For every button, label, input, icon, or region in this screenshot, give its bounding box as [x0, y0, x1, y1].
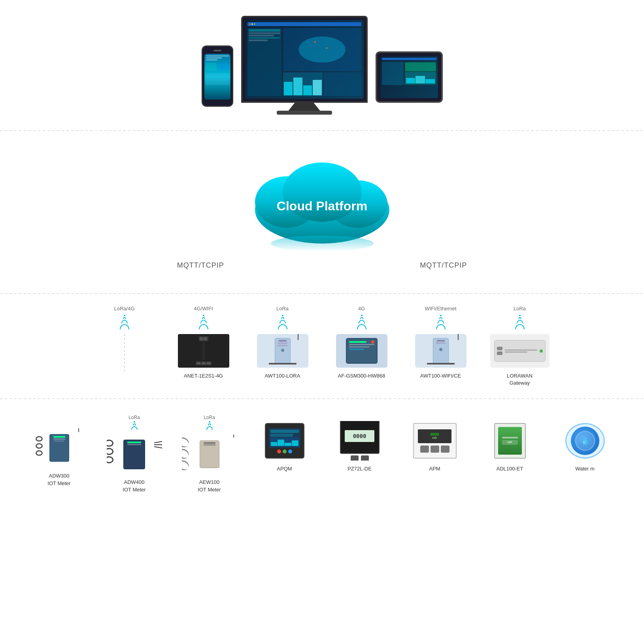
- tablet-right-panel: [404, 62, 436, 85]
- gateway-name-awt-wifi: AWT100-WIFI/CE: [420, 372, 461, 380]
- signal-wave-sm: [439, 317, 442, 319]
- signal-dot: [124, 315, 125, 316]
- phone-screen-bar: [206, 57, 222, 59]
- water-meter-device-image: 💧: [557, 421, 613, 461]
- apqm-screen: [269, 428, 300, 448]
- signal-wave-lg: [199, 324, 208, 329]
- signal-waves-aew100: [206, 421, 213, 430]
- gateway-item-gsm: 4G AF-GSM300-HW868: [322, 306, 401, 380]
- apm-assembly: 0000 kWh: [413, 423, 457, 459]
- meter-name-pz72l: PZ72L-DE: [347, 465, 372, 472]
- pz72l-main-body: 0000: [340, 421, 380, 454]
- signal-wave-lg: [515, 324, 525, 329]
- mobile-phone-device: [202, 45, 233, 107]
- meter-item-apqm: APQM: [247, 415, 322, 472]
- monitor-base: [277, 111, 332, 115]
- meters-row: ADW300IOT Meter LoRa: [0, 415, 644, 493]
- gateway-section: LoRa/4G 4G/WIFI: [0, 298, 644, 395]
- connectivity-label-5: LoRa: [514, 306, 526, 312]
- signal-dot: [361, 315, 363, 316]
- desktop-monitor: [241, 16, 368, 103]
- adw300-device-image: [32, 428, 87, 468]
- pz72l-clamp: [351, 455, 359, 461]
- phone-screen: [204, 54, 230, 100]
- signal-dot: [203, 315, 204, 316]
- signal-wave-lg: [120, 324, 129, 329]
- signal-wave-lg: [436, 324, 446, 329]
- apm-device-image: 0000 kWh: [407, 421, 463, 461]
- apm-clamp: [431, 446, 439, 453]
- apqm-device-image: [257, 421, 312, 461]
- gateway-name-lorawan: LORAWANGateway: [507, 372, 533, 387]
- anet-device-image: [178, 334, 229, 368]
- phone-screen-bar: [206, 59, 217, 60]
- af-gsm-device-image: [336, 334, 387, 368]
- signal-wave-sm: [202, 317, 205, 319]
- meter-item-pz72l: 0000 PZ72L-DE: [322, 415, 397, 472]
- signal-waves-3: [357, 315, 366, 329]
- divider-top: [0, 130, 644, 131]
- gateway-item-lorawan: LoRa: [480, 306, 559, 387]
- mqtt-labels-row: MQTT/TCPIP MQTT/TCPIP: [0, 253, 644, 278]
- signal-wave-lg: [278, 324, 287, 329]
- phone-screen-bar: [206, 55, 229, 57]
- signal-wave-md: [517, 320, 523, 323]
- meter-name-water: Water m: [575, 465, 595, 472]
- adl100-body: kWh: [494, 423, 526, 459]
- signal-wave-md: [438, 320, 444, 323]
- monitor-stand: [289, 103, 320, 111]
- signal-waves-2: [278, 315, 287, 329]
- meter-name-adw400: ADW400IOT Meter: [123, 479, 145, 493]
- mqtt-label-left: MQTT/TCPIP: [177, 261, 224, 270]
- tablet-content-area: [382, 62, 436, 85]
- gateway-name-awt-lora: AWT100-LORA: [265, 372, 300, 380]
- signal-wave-sm: [360, 317, 363, 319]
- signal-wave-sm: [281, 317, 284, 319]
- gateway-item-awt-wifi: WIFI/Ethernet AWT100-WIFI/CE: [401, 306, 480, 380]
- apqm-buttons: [277, 449, 292, 453]
- gateway-item-anet: 4G/WIFI: [164, 306, 243, 380]
- meter-item-aew100: LoRa: [172, 415, 247, 493]
- signal-wave-lg: [357, 324, 366, 329]
- aew100-device-image: [182, 434, 237, 474]
- signal-dot: [440, 315, 442, 316]
- pz72l-display: 0000: [345, 430, 374, 442]
- gateway-row: LoRa/4G 4G/WIFI: [0, 306, 644, 387]
- apqm-btn-blue: [288, 449, 292, 453]
- signal-wave-sm: [518, 317, 521, 319]
- meter-item-adw400: LoRa: [97, 415, 172, 493]
- cloud-platform-label: Cloud Platform: [277, 198, 367, 213]
- apqm-btn-red: [277, 449, 281, 453]
- apm-clamp: [420, 446, 429, 453]
- meter-item-apm: 0000 kWh APM: [397, 415, 472, 472]
- adl100-inner: kWh: [498, 427, 522, 455]
- signal-waves-1: [199, 315, 208, 329]
- svg-point-4: [271, 236, 374, 251]
- meter-name-apm: APM: [429, 465, 440, 472]
- tablet-left-panel: [382, 62, 404, 85]
- mqtt-label-right: MQTT/TCPIP: [420, 261, 467, 270]
- adw400-device-image: [107, 434, 162, 474]
- connector-line-0: [124, 334, 125, 374]
- water-meter-face: 💧: [575, 431, 595, 451]
- signal-waves-0: [120, 315, 129, 329]
- signal-wave-md: [359, 320, 365, 323]
- connectivity-label-0: LoRa/4G: [114, 306, 134, 312]
- tablet-device: [376, 51, 443, 103]
- cloud-shape: Cloud Platform: [247, 159, 397, 253]
- lorawan-device-image: [490, 334, 550, 368]
- awt-lora-device-image: [257, 334, 308, 368]
- meter-name-adw300: ADW300IOT Meter: [47, 472, 70, 487]
- apqm-btn-green: [283, 449, 287, 453]
- meters-section: ADW300IOT Meter LoRa: [0, 403, 644, 509]
- gateway-item-lora4g: LoRa/4G: [85, 306, 164, 374]
- meter-item-water: 💧 Water m: [548, 415, 623, 472]
- connectivity-label-4: WIFI/Ethernet: [425, 306, 456, 312]
- adl100-device-image: kWh: [482, 421, 538, 461]
- water-meter-inner: 💧: [571, 427, 599, 455]
- apqm-body: [265, 423, 304, 459]
- device-showcase-section: [0, 0, 644, 127]
- divider-middle: [0, 293, 644, 294]
- signal-wave-md: [200, 320, 207, 323]
- meter-name-apqm: APQM: [277, 465, 292, 472]
